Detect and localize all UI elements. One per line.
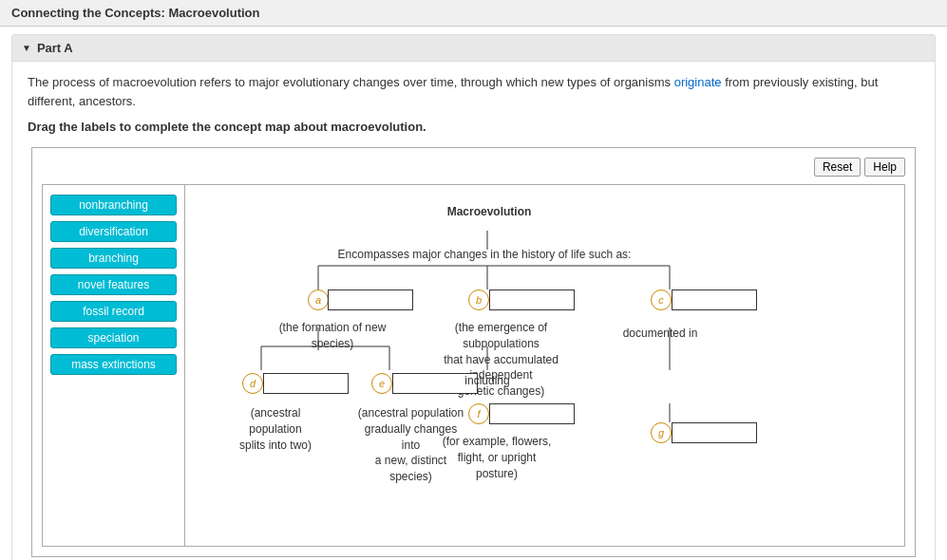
label-mass-extinctions[interactable]: mass extinctions	[50, 354, 177, 375]
circle-a: a	[308, 289, 329, 310]
text-d: (ancestral populationsplits into two)	[223, 405, 328, 453]
label-branching[interactable]: branching	[50, 248, 177, 269]
circle-b: b	[468, 289, 489, 310]
label-novel-features[interactable]: novel features	[50, 274, 177, 295]
text-a: (the formation of new species)	[271, 320, 394, 352]
concept-map-container: Reset Help nonbranching diversification …	[31, 147, 916, 557]
label-fossil-record[interactable]: fossil record	[50, 301, 177, 322]
label-nonbranching[interactable]: nonbranching	[50, 195, 177, 215]
instruction-text: Drag the labels to complete the concept …	[28, 120, 919, 134]
circle-c: c	[651, 289, 672, 310]
circle-g: g	[651, 422, 672, 443]
box-c[interactable]	[672, 289, 757, 310]
part-label: Part A	[37, 41, 73, 55]
page-header: Connecting the Concepts: Macroevolution	[0, 0, 947, 27]
part-content: The process of macroevolution refers to …	[12, 62, 935, 560]
box-a[interactable]	[328, 289, 413, 310]
diagram-title: Macroevolution	[432, 204, 546, 220]
text-including: including	[459, 373, 516, 389]
help-button[interactable]: Help	[864, 158, 905, 177]
text-c: documented in	[622, 326, 698, 342]
circle-d: d	[242, 373, 263, 394]
page-title: Connecting the Concepts: Macroevolution	[11, 6, 259, 20]
collapse-icon[interactable]: ▼	[22, 43, 31, 53]
label-diversification[interactable]: diversification	[50, 221, 177, 242]
description: The process of macroevolution refers to …	[28, 73, 919, 110]
circle-f: f	[468, 403, 489, 424]
reset-button[interactable]: Reset	[814, 158, 861, 177]
circle-e: e	[371, 373, 392, 394]
box-f[interactable]	[489, 403, 575, 424]
labels-panel: nonbranching diversification branching n…	[43, 185, 185, 546]
part-header: ▼ Part A	[12, 35, 935, 62]
desc-text1: The process of macroevolution refers to …	[28, 75, 674, 89]
map-area: nonbranching diversification branching n…	[42, 184, 905, 547]
toolbar: Reset Help	[42, 158, 905, 177]
box-g[interactable]	[672, 422, 757, 443]
label-speciation[interactable]: speciation	[50, 327, 177, 348]
diagram-inner: Macroevolution Encompasses major changes…	[204, 195, 885, 536]
diagram-area: Macroevolution Encompasses major changes…	[185, 185, 904, 546]
desc-highlight1: originate	[674, 75, 722, 89]
diagram-subtitle: Encompasses major changes in the history…	[328, 247, 641, 263]
box-b[interactable]	[489, 289, 575, 310]
part-section: ▼ Part A The process of macroevolution r…	[11, 34, 936, 560]
box-d[interactable]	[263, 373, 349, 394]
text-f: (for example, flowers,flight, or upright…	[440, 434, 554, 481]
